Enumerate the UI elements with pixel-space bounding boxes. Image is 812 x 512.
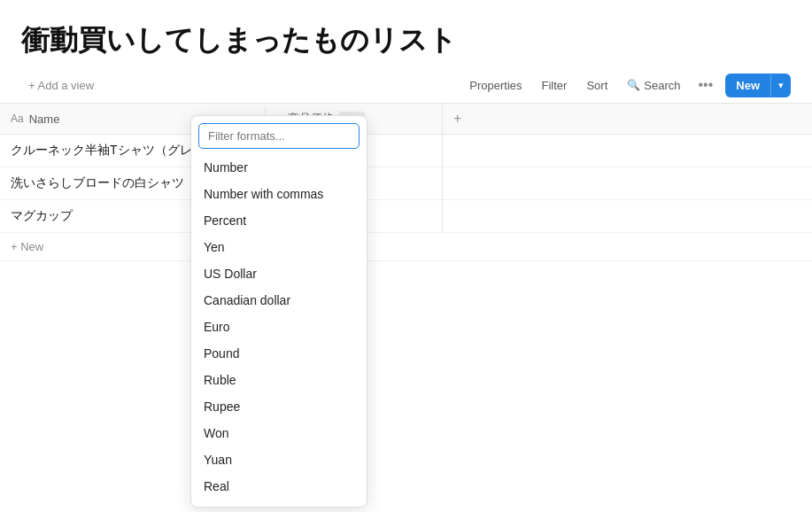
format-pound[interactable]: Pound [191, 340, 367, 367]
cell-extra-2 [443, 167, 812, 199]
filter-button[interactable]: Filter [533, 74, 576, 97]
cell-extra-3 [443, 200, 812, 232]
row-name-2: 洗いさらしブロードの白シャツ [11, 175, 184, 191]
format-won[interactable]: Won [191, 420, 367, 446]
more-options-button[interactable]: ••• [691, 73, 720, 97]
new-row: + New [0, 233, 812, 261]
page-title: 衝動買いしてしまったものリスト [0, 0, 812, 67]
add-view-button[interactable]: + Add a view [21, 75, 101, 96]
add-column-button[interactable]: + [443, 104, 472, 134]
cell-extra-1 [443, 135, 812, 167]
table-header: Aa Name # 商品価格 123 + [0, 104, 812, 135]
search-icon: 🔍 [627, 79, 640, 91]
format-yen[interactable]: Yen [191, 234, 367, 260]
format-number[interactable]: Number [191, 154, 367, 181]
search-button[interactable]: 🔍 Search [618, 74, 689, 97]
properties-button[interactable]: Properties [460, 74, 530, 97]
table-row: クルーネック半袖Tシャツ（グレー） [0, 135, 812, 167]
format-number-commas[interactable]: Number with commas [191, 181, 367, 207]
format-euro[interactable]: Euro [191, 314, 367, 340]
format-yuan[interactable]: Yuan [191, 446, 367, 473]
sort-button[interactable]: Sort [577, 74, 616, 97]
format-real[interactable]: Real [191, 473, 367, 500]
table-row: 洗いさらしブロードの白シャツ [0, 167, 812, 200]
table-row: マグカップ [0, 200, 812, 233]
format-dropdown: Number Number with commas Percent Yen US… [190, 115, 367, 508]
format-canadian-dollar[interactable]: Canadian dollar [191, 287, 367, 314]
new-row-button[interactable]: + New [0, 233, 812, 260]
new-main-button[interactable]: New [725, 74, 770, 97]
row-name-1: クルーネック半袖Tシャツ（グレー） [11, 143, 217, 159]
text-type-icon: Aa [11, 112, 24, 125]
format-rupee[interactable]: Rupee [191, 393, 367, 420]
format-filter-input[interactable] [198, 123, 360, 149]
new-caret-button[interactable]: ▾ [770, 74, 791, 97]
toolbar: + Add a view Properties Filter Sort 🔍 Se… [0, 67, 812, 104]
format-percent[interactable]: Percent [191, 207, 367, 234]
new-button-group: New ▾ [725, 74, 791, 97]
column-name-label: Name [29, 112, 60, 126]
format-ruble[interactable]: Ruble [191, 367, 367, 393]
format-us-dollar[interactable]: US Dollar [191, 260, 367, 287]
row-name-3: マグカップ [11, 208, 73, 224]
